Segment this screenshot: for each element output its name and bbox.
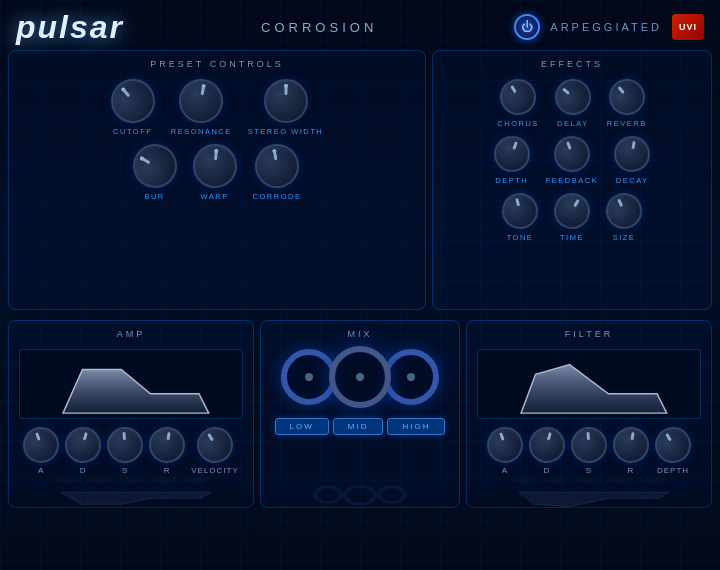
decay-knob[interactable] xyxy=(611,133,653,175)
stereowidth-dot xyxy=(284,84,288,88)
filter-envelope-svg xyxy=(478,350,700,418)
resonance-knob[interactable] xyxy=(176,76,227,127)
stereowidth-label: STEREO WIDTH xyxy=(248,127,324,136)
amp-d-knob[interactable] xyxy=(61,423,105,467)
svg-marker-0 xyxy=(63,369,209,413)
preset-name: CORROSION xyxy=(261,20,377,35)
cutoff-dot xyxy=(120,87,126,93)
filter-a-label: A xyxy=(502,466,508,475)
arp-mode-label: ARPEGGIATED xyxy=(550,21,662,33)
chorus-knob[interactable] xyxy=(493,72,542,121)
bur-knob-item: BUR xyxy=(133,144,177,201)
delay-label: DELAY xyxy=(557,119,589,128)
feedback-knob[interactable] xyxy=(549,131,595,177)
depth-label: DEPTH xyxy=(495,176,528,185)
filter-envelope-display xyxy=(477,349,701,419)
mix-buttons-row: LOW MID HIGH xyxy=(271,418,449,435)
effects-knobs-row3: TONE TIME SIZE xyxy=(445,193,699,242)
tone-knob-item: TONE xyxy=(502,193,538,242)
reflection-amp xyxy=(8,477,254,512)
depth-knob[interactable] xyxy=(489,131,535,177)
preset-knobs-row1: CUTOFF RESONANCE STEREO WIDTH xyxy=(21,79,413,136)
filter-r-label: R xyxy=(628,466,635,475)
filter-d-knob[interactable] xyxy=(525,423,569,467)
mix-low-button[interactable]: LOW xyxy=(275,418,329,435)
reverb-label: REVERB xyxy=(607,119,647,128)
stereowidth-knob[interactable] xyxy=(264,79,308,123)
reverb-knob[interactable] xyxy=(601,72,652,123)
warp-knob[interactable] xyxy=(191,142,239,190)
stereowidth-knob-item: STEREO WIDTH xyxy=(248,79,324,136)
delay-knob[interactable] xyxy=(547,72,598,123)
bottom-reflection xyxy=(0,477,720,512)
reflection-filter xyxy=(466,477,712,512)
mix-ring-center[interactable] xyxy=(329,346,391,408)
amp-a-item: A xyxy=(23,427,59,475)
size-knob[interactable] xyxy=(600,187,648,235)
filter-adsr-row: A D S R Depth xyxy=(477,427,701,475)
amp-r-item: R xyxy=(149,427,185,475)
mix-ring-right[interactable] xyxy=(383,349,439,405)
reflection-filter-env xyxy=(467,491,711,509)
filter-depth-label: Depth xyxy=(657,466,689,475)
filter-a-item: A xyxy=(487,427,523,475)
reflection-filter-knob-2 xyxy=(543,477,571,484)
amp-velocity-knob[interactable] xyxy=(190,420,239,469)
mix-high-button[interactable]: HIGH xyxy=(387,418,445,435)
filter-a-knob[interactable] xyxy=(482,422,528,468)
main-container: pulsar CORROSION ARPEGGIATED UVI PRESET … xyxy=(0,0,720,570)
amp-a-knob[interactable] xyxy=(18,422,64,468)
reflection-knob-1 xyxy=(53,477,81,484)
corrode-knob[interactable] xyxy=(252,141,303,192)
power-button[interactable] xyxy=(514,14,540,40)
mix-title: MIX xyxy=(271,329,449,339)
effects-title: EFFECTS xyxy=(445,59,699,69)
corrode-dot xyxy=(272,149,277,154)
effects-panel: EFFECTS CHORUS DELAY REVERB xyxy=(432,50,712,310)
reverb-knob-item: REVERB xyxy=(607,79,647,128)
resonance-label: RESONANCE xyxy=(171,127,232,136)
reflection-filter-knob-3 xyxy=(575,477,603,484)
chorus-label: CHORUS xyxy=(497,119,539,128)
effects-knobs-row2: DEPTH FEEDBACK DECAY xyxy=(445,136,699,185)
reflection-filter-svg xyxy=(467,491,711,509)
amp-envelope-display xyxy=(19,349,243,419)
amp-velocity-item: Velocity xyxy=(191,427,239,475)
cutoff-knob-item: CUTOFF xyxy=(111,79,155,136)
amp-a-label: A xyxy=(38,466,44,475)
time-knob-item: TIME xyxy=(554,193,590,242)
cutoff-knob[interactable] xyxy=(102,70,164,132)
mix-mid-button[interactable]: MID xyxy=(333,418,384,435)
filter-depth-item: Depth xyxy=(655,427,691,475)
feedback-knob-item: FEEDBACK xyxy=(546,136,598,185)
reflection-knob-3 xyxy=(117,477,145,484)
effects-knobs-row1: CHORUS DELAY REVERB xyxy=(445,79,699,128)
reflection-filter-knob-5 xyxy=(639,477,667,484)
header-right: ARPEGGIATED UVI xyxy=(514,14,704,40)
reflection-knob-5 xyxy=(181,477,209,484)
bur-knob[interactable] xyxy=(125,136,185,196)
bur-label: BUR xyxy=(144,192,164,201)
warp-dot xyxy=(214,149,218,153)
tone-label: TONE xyxy=(507,233,534,242)
resonance-knob-item: RESONANCE xyxy=(171,79,232,136)
amp-r-knob[interactable] xyxy=(146,424,188,466)
decay-label: DECAY xyxy=(616,176,649,185)
bur-dot xyxy=(139,156,144,161)
time-knob[interactable] xyxy=(547,186,596,235)
reflection-circle-1 xyxy=(313,486,343,504)
filter-r-knob[interactable] xyxy=(610,424,652,466)
filter-s-knob[interactable] xyxy=(569,425,608,464)
amp-title: AMP xyxy=(19,329,243,339)
filter-d-item: D xyxy=(529,427,565,475)
tone-knob[interactable] xyxy=(498,189,542,233)
top-panels-row: PRESET CONTROLS CUTOFF RESONANCE xyxy=(0,50,720,310)
amp-s-label: S xyxy=(122,466,128,475)
svg-marker-1 xyxy=(521,365,667,414)
mix-circles xyxy=(271,349,449,408)
filter-depth-knob[interactable] xyxy=(648,420,697,469)
reflection-knob-4 xyxy=(149,477,177,484)
amp-s-knob[interactable] xyxy=(106,425,145,464)
preset-controls-title: PRESET CONTROLS xyxy=(21,59,413,69)
uvi-badge: UVI xyxy=(672,14,704,40)
